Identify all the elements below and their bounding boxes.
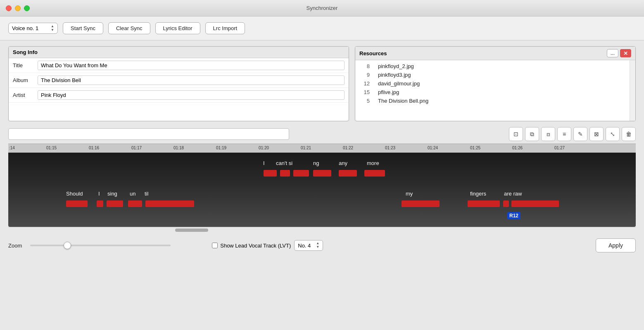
ruler-mark: 01:20: [259, 146, 269, 150]
toolbar: Voice no. 1 ▲ ▼ Start Sync Clear Sync Ly…: [0, 16, 644, 40]
artist-label: Artist: [13, 92, 38, 98]
voice-select[interactable]: Voice no. 1 ▲ ▼: [8, 23, 58, 34]
bottom-bar: Zoom Show Lead Vocal Track (LVT) No. 4 ▲…: [0, 233, 644, 258]
close-button[interactable]: [6, 5, 12, 11]
lyric-word: can't si: [276, 160, 292, 166]
album-label: Album: [13, 77, 38, 83]
lvt-number-value: No. 4: [298, 243, 311, 249]
trash-icon: 🗑: [626, 131, 632, 137]
resources-title: Resources: [359, 50, 387, 57]
lyric-bar: [128, 200, 142, 207]
lvt-stepper[interactable]: ▲ ▼: [316, 242, 319, 249]
ruler-mark: 01:27: [554, 146, 565, 150]
clear-sync-button[interactable]: Clear Sync: [108, 22, 150, 34]
list-item[interactable]: 5 The Division Bell.png: [355, 97, 630, 105]
ruler-mark: 01:19: [216, 146, 226, 150]
ruler-mark: 01:15: [46, 146, 57, 150]
res-num: 15: [359, 89, 370, 95]
res-name: The Division Bell.png: [378, 98, 428, 104]
album-input[interactable]: [38, 75, 345, 85]
lyric-word: I: [263, 160, 265, 166]
ruler-mark: 01:22: [343, 146, 353, 150]
zoom-slider[interactable]: [30, 245, 171, 246]
resources-scrollbar[interactable]: [630, 60, 635, 121]
ruler-mark: 01:17: [131, 146, 142, 150]
list-item[interactable]: 9 pinkfloyd3.jpg: [355, 71, 630, 79]
align-icon: ≡: [563, 131, 566, 137]
ruler-mark: :14: [9, 146, 15, 150]
start-sync-button[interactable]: Start Sync: [63, 22, 103, 34]
timeline-section: ⊡ ⧉ ⧈ ≡ ✎ ⊠ ⤡ 🗑: [0, 127, 644, 233]
copy-button[interactable]: ⧉: [525, 127, 539, 141]
title-input[interactable]: [38, 61, 345, 70]
resources-header: Resources ... ✕: [355, 47, 635, 60]
apply-button[interactable]: Apply: [596, 238, 636, 252]
unlink-button[interactable]: ⊠: [589, 127, 604, 141]
frame-select-icon: ⊡: [513, 131, 518, 137]
lyrics-editor-button[interactable]: Lyrics Editor: [155, 22, 200, 34]
resources-panel: Resources ... ✕ 8 pinkfloyd_2.jpg 9 pink…: [355, 46, 636, 121]
lyric-word: un: [130, 191, 135, 197]
ruler-mark: 01:24: [428, 146, 438, 150]
lrc-import-button[interactable]: Lrc Import: [205, 22, 245, 34]
show-lvt-checkbox[interactable]: [212, 243, 218, 248]
maximize-button[interactable]: [24, 5, 30, 11]
lvt-section: Show Lead Vocal Track (LVT) No. 4 ▲ ▼: [212, 240, 323, 251]
paste-button[interactable]: ⧈: [541, 127, 555, 141]
lyric-bar: [402, 200, 440, 207]
res-name: pinkfloyd3.jpg: [378, 72, 411, 78]
ruler-mark: 01:18: [173, 146, 184, 150]
resources-more-button[interactable]: ...: [607, 49, 618, 57]
timeline-search-input[interactable]: [8, 128, 289, 140]
lvt-stepper-down-icon[interactable]: ▼: [316, 245, 319, 249]
lyric-word: Should: [66, 191, 83, 197]
res-name: pflive.jpg: [378, 89, 399, 95]
timeline-horizontal-scrollbar[interactable]: [8, 227, 636, 233]
ruler-mark: 01:16: [89, 146, 99, 150]
lyric-bar: [313, 170, 331, 177]
res-name: david_gilmour.jpg: [378, 80, 420, 87]
res-num: 12: [359, 80, 370, 87]
resources-close-button[interactable]: ✕: [620, 49, 631, 57]
title-row: Title: [9, 58, 349, 73]
edit-button[interactable]: ✎: [573, 127, 587, 141]
lyric-bar: [107, 200, 123, 207]
scrollbar-thumb[interactable]: [175, 229, 208, 232]
stepper-down-icon[interactable]: ▼: [51, 28, 54, 32]
lyric-bar: [145, 200, 194, 207]
list-item[interactable]: 15 pflive.jpg: [355, 88, 630, 97]
song-info-panel: Song Info Title Album Artist: [8, 46, 349, 121]
window-controls: [6, 5, 30, 11]
title-label: Title: [13, 62, 38, 68]
artist-row: Artist: [9, 88, 349, 103]
res-num: 9: [359, 72, 370, 78]
ruler-mark: 01:23: [385, 146, 395, 150]
list-item[interactable]: 8 pinkfloyd_2.jpg: [355, 62, 630, 71]
artist-input[interactable]: [38, 90, 345, 100]
resources-header-buttons: ... ✕: [607, 49, 631, 57]
lyric-word: til: [145, 191, 148, 197]
ruler-mark: 01:25: [470, 146, 480, 150]
lyric-word: I: [98, 191, 100, 197]
paste-icon: ⧈: [547, 131, 550, 138]
minimize-button[interactable]: [15, 5, 21, 11]
edit-icon: ✎: [578, 131, 583, 137]
list-item[interactable]: 12 david_gilmour.jpg: [355, 79, 630, 88]
lyric-word: sing: [107, 191, 117, 197]
ruler-marks-container: :14 01:15 01:16 01:17 01:18 01:19 01:20 …: [8, 144, 636, 153]
lyric-bar: [339, 170, 357, 177]
resources-list: 8 pinkfloyd_2.jpg 9 pinkfloyd3.jpg 12 da…: [355, 60, 630, 121]
lyric-word: fingers: [470, 191, 486, 197]
lvt-number-select[interactable]: No. 4 ▲ ▼: [294, 240, 323, 251]
timeline-icon-buttons: ⊡ ⧉ ⧈ ≡ ✎ ⊠ ⤡ 🗑: [509, 127, 636, 141]
window-title: Synchronizer: [307, 5, 338, 11]
resize-icon: ⤡: [610, 131, 615, 137]
lyric-bar: [503, 200, 509, 207]
voice-stepper[interactable]: ▲ ▼: [51, 25, 54, 32]
resources-content: 8 pinkfloyd_2.jpg 9 pinkfloyd3.jpg 12 da…: [355, 60, 635, 121]
lyric-bar: [264, 170, 277, 177]
resize-button[interactable]: ⤡: [606, 127, 620, 141]
trash-button[interactable]: 🗑: [622, 127, 636, 141]
frame-select-button[interactable]: ⊡: [509, 127, 523, 141]
align-button[interactable]: ≡: [557, 127, 571, 141]
